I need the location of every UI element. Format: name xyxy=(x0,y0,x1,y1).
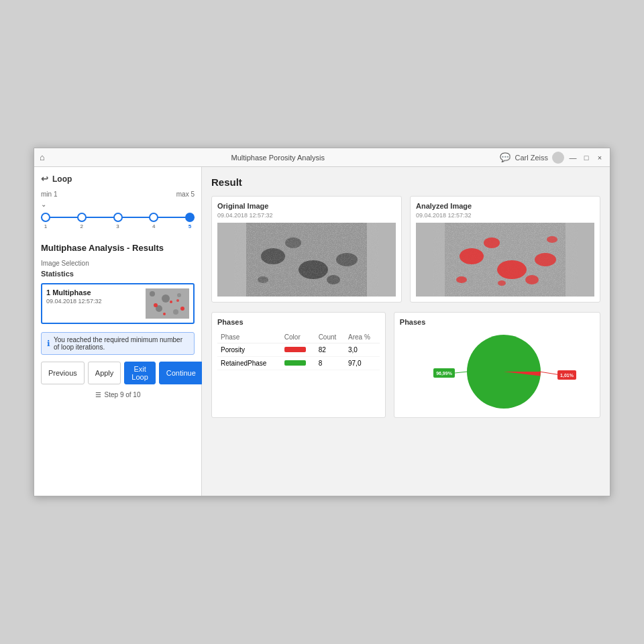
dot-2-label: 2 xyxy=(80,223,83,229)
dot-3-label: 3 xyxy=(116,223,119,229)
slider-dot-2[interactable]: 2 xyxy=(77,213,87,222)
image-card[interactable]: 1 Multiphase 09.04.2018 12:57:32 xyxy=(41,283,195,324)
images-row: Original Image 09.04.2018 12:57:32 xyxy=(211,196,600,303)
continue-button[interactable]: Continue xyxy=(159,362,203,384)
original-image-date: 09.04.2018 12:57:32 xyxy=(217,212,396,219)
original-image-panel: Original Image 09.04.2018 12:57:32 xyxy=(211,196,402,303)
svg-rect-19 xyxy=(246,223,367,297)
right-panel: Result Original Image 09.04.2018 12:57:3… xyxy=(202,167,610,496)
slider-dot-5[interactable]: 5 xyxy=(185,213,195,222)
svg-point-24 xyxy=(484,237,500,248)
chat-icon[interactable]: 💬 xyxy=(500,152,511,162)
svg-line-36 xyxy=(455,372,468,373)
phase-count-1: 82 xyxy=(315,343,345,357)
titlebar: ⌂ Multiphase Porosity Analysis 💬 Carl Ze… xyxy=(34,148,610,167)
original-image-title: Original Image xyxy=(217,202,396,210)
svg-point-9 xyxy=(163,313,166,315)
info-bar: ℹ You reached the required minimum numbe… xyxy=(41,332,195,355)
button-row: Previous Apply Exit Loop Continue xyxy=(41,362,195,384)
main-window: ⌂ Multiphase Porosity Analysis 💬 Carl Ze… xyxy=(34,148,610,496)
image-card-info: 1 Multiphase 09.04.2018 12:57:32 xyxy=(46,288,140,305)
svg-point-6 xyxy=(154,303,158,307)
phase-color-2 xyxy=(281,357,315,370)
svg-point-2 xyxy=(162,294,170,303)
left-panel: ↩ Loop min 1 max 5 ⌄ 1 xyxy=(34,167,202,496)
restore-button[interactable]: □ xyxy=(582,153,591,162)
svg-point-25 xyxy=(535,253,556,266)
dot-5-label: 5 xyxy=(189,223,191,229)
analyzed-image-date: 09.04.2018 12:57:32 xyxy=(416,212,594,219)
image-thumb xyxy=(146,288,189,319)
svg-text:96,99%: 96,99% xyxy=(436,371,453,376)
phase-name-1: Porosity xyxy=(217,343,281,357)
image-card-name: 1 Multiphase xyxy=(46,288,140,297)
svg-point-22 xyxy=(460,248,484,264)
phases-table-panel: Phases Phase Color Count Area % xyxy=(211,312,386,418)
phases-table: Phase Color Count Area % Porosity xyxy=(217,331,380,370)
data-row: Phases Phase Color Count Area % xyxy=(211,312,600,418)
loop-icon: ↩ xyxy=(41,174,48,184)
svg-point-7 xyxy=(170,301,172,303)
loop-label: Loop xyxy=(52,174,72,184)
thumb-svg xyxy=(146,288,189,319)
avatar xyxy=(552,152,564,164)
titlebar-actions: 💬 Carl Zeiss — □ × xyxy=(500,152,604,164)
home-icon: ⌂ xyxy=(40,152,50,163)
svg-point-10 xyxy=(176,299,179,302)
slider-labels: min 1 max 5 xyxy=(41,191,195,198)
phase-area-1: 3,0 xyxy=(345,343,380,357)
slider-dot-3[interactable]: 3 xyxy=(113,213,123,222)
step-label: ☰ Step 9 of 10 xyxy=(41,391,195,398)
phase-area-2: 97,0 xyxy=(345,357,380,370)
svg-point-3 xyxy=(177,293,181,297)
image-selection-label: Image Selection xyxy=(41,260,195,267)
previous-button[interactable]: Previous xyxy=(41,362,85,384)
expand-button[interactable]: ⌄ xyxy=(41,201,195,208)
info-message: You reached the required minimum number … xyxy=(54,336,189,351)
table-row: Porosity 82 3,0 xyxy=(217,343,380,357)
user-label: Carl Zeiss xyxy=(515,154,548,162)
step-text: Step 9 of 10 xyxy=(105,391,141,398)
slider-dot-1[interactable]: 1 xyxy=(41,213,50,222)
analyzed-image-title: Analyzed Image xyxy=(416,202,594,210)
info-icon: ℹ xyxy=(47,339,50,348)
slider-min-label: min 1 xyxy=(41,191,57,198)
svg-point-28 xyxy=(547,236,557,243)
analyzed-image-panel: Analyzed Image 09.04.2018 12:57:32 xyxy=(410,196,600,303)
svg-point-5 xyxy=(173,309,178,315)
svg-point-1 xyxy=(150,291,155,297)
window-title: Multiphase Porosity Analysis xyxy=(56,154,500,162)
minimize-button[interactable]: — xyxy=(568,153,578,162)
slider-track[interactable]: 1 2 3 4 5 xyxy=(41,211,195,224)
color-bar-red xyxy=(284,347,306,352)
apply-button[interactable]: Apply xyxy=(88,362,121,384)
svg-point-8 xyxy=(180,307,184,311)
image-card-date: 09.04.2018 12:57:32 xyxy=(46,298,140,305)
svg-point-23 xyxy=(497,260,527,279)
phase-color-1 xyxy=(281,343,315,357)
loop-header: ↩ Loop xyxy=(41,174,195,184)
slider-dots: 1 2 3 4 5 xyxy=(41,213,195,222)
slider-section: min 1 max 5 ⌄ 1 2 3 xyxy=(41,191,195,224)
table-row: RetainedPhase 8 97,0 xyxy=(217,357,380,370)
close-button[interactable]: × xyxy=(595,153,604,162)
slider-dot-4[interactable]: 4 xyxy=(149,213,158,222)
svg-point-29 xyxy=(498,280,506,286)
result-title: Result xyxy=(211,176,600,188)
col-color: Color xyxy=(281,331,315,343)
col-area: Area % xyxy=(345,331,380,343)
statistics-label: Statistics xyxy=(41,270,195,278)
svg-point-27 xyxy=(456,276,467,283)
slider-max-label: max 5 xyxy=(176,191,195,198)
original-svg xyxy=(217,223,396,297)
dot-1-label: 1 xyxy=(44,223,47,229)
window-body: ↩ Loop min 1 max 5 ⌄ 1 xyxy=(34,167,610,496)
col-count: Count xyxy=(315,331,345,343)
phases-table-title: Phases xyxy=(217,318,380,326)
dot-4-label: 4 xyxy=(152,223,155,229)
pie-container: 1,01% 96,99% xyxy=(400,331,594,412)
phases-chart-panel: Phases xyxy=(394,312,600,418)
phase-name-2: RetainedPhase xyxy=(217,357,281,370)
exit-loop-button[interactable]: Exit Loop xyxy=(124,362,155,384)
phase-count-2: 8 xyxy=(315,357,345,370)
